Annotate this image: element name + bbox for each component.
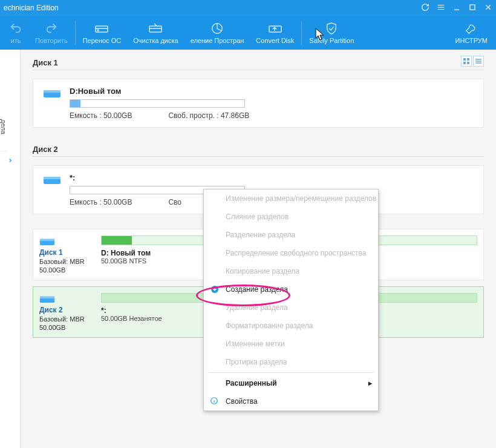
ctx-format: Форматирование раздела bbox=[204, 317, 378, 335]
ctx-wipe: Протирка раздела bbox=[204, 353, 378, 371]
svg-rect-11 bbox=[44, 90, 60, 93]
view-grid-button[interactable] bbox=[461, 56, 472, 67]
svg-rect-5 bbox=[269, 26, 281, 32]
cleanup-icon bbox=[148, 21, 163, 36]
view-list-button[interactable] bbox=[473, 56, 484, 67]
ctx-merge: Слияние разделов bbox=[204, 208, 378, 226]
usage-bar bbox=[70, 99, 245, 108]
svg-point-2 bbox=[97, 30, 99, 31]
tools-button[interactable]: ИНСТРУМ bbox=[449, 16, 494, 50]
close-icon[interactable] bbox=[484, 3, 492, 13]
titlebar: echnician Edition bbox=[0, 0, 496, 16]
sidebar-expand[interactable] bbox=[0, 151, 20, 170]
content-panel: Диск 1 D:Новый том Емкость : 50.00GB Сво… bbox=[21, 50, 496, 448]
safely-partition-button[interactable]: Safely Partition bbox=[303, 16, 360, 50]
svg-rect-6 bbox=[463, 58, 466, 61]
menu-icon[interactable] bbox=[437, 3, 445, 13]
pie-icon bbox=[210, 21, 224, 36]
migrate-icon bbox=[94, 21, 109, 36]
context-menu: Изменение размера/перемещение разделов С… bbox=[203, 189, 379, 411]
ctx-copy: Копирование раздела bbox=[204, 262, 378, 280]
migrate-os-button[interactable]: Перенос ОС bbox=[77, 16, 128, 50]
main-area: дела Диск 1 D:Новый том Емкость : 50.00G… bbox=[0, 50, 496, 448]
volume-name: D:Новый том bbox=[70, 87, 474, 96]
svg-rect-7 bbox=[467, 58, 469, 61]
disk-icon bbox=[43, 174, 61, 185]
window-controls bbox=[421, 3, 492, 13]
convert-disk-button[interactable]: Convert Disk bbox=[250, 16, 300, 50]
app-title: echnician Edition bbox=[4, 4, 421, 12]
svg-rect-1 bbox=[96, 26, 108, 32]
svg-rect-13 bbox=[44, 177, 60, 179]
convert-icon bbox=[268, 21, 282, 36]
svg-rect-17 bbox=[40, 297, 54, 298]
redo-button[interactable]: Повторить bbox=[29, 16, 74, 50]
ctx-resize: Изменение размера/перемещение разделов bbox=[204, 189, 378, 208]
free-label: Своб. простр. : 47.86GB bbox=[168, 111, 249, 120]
disk-icon bbox=[39, 237, 55, 246]
ctx-properties[interactable]: Свойства bbox=[204, 392, 378, 410]
create-partition-icon bbox=[210, 285, 220, 294]
space-analyzer-button[interactable]: еление Простран bbox=[184, 16, 250, 50]
svg-rect-9 bbox=[467, 62, 469, 64]
ctx-advanced[interactable]: Расширенный ▸ bbox=[204, 374, 378, 392]
ctx-label: Изменение метки bbox=[204, 335, 378, 353]
summary-meta2: 50.00GB bbox=[39, 324, 94, 331]
toolbar-separator bbox=[75, 21, 76, 45]
sidebar-tab-2[interactable]: дела bbox=[0, 103, 7, 151]
shield-icon bbox=[324, 21, 339, 36]
summary-meta1: Базовый: MBR bbox=[39, 258, 94, 265]
ctx-separator bbox=[209, 372, 373, 373]
chevron-right-icon: ▸ bbox=[368, 379, 372, 387]
ctx-create[interactable]: Создание раздела bbox=[204, 280, 378, 298]
view-toggle bbox=[461, 56, 484, 67]
volume-name: *: bbox=[70, 173, 474, 182]
ctx-alloc: Распределение свободного пространства bbox=[204, 244, 378, 262]
disk2-label: Диск 2 bbox=[33, 142, 484, 157]
svg-rect-0 bbox=[470, 4, 475, 9]
capacity-label: Емкость : 50.00GB bbox=[70, 111, 132, 120]
svg-rect-3 bbox=[149, 26, 162, 32]
minimize-icon[interactable] bbox=[452, 3, 461, 13]
undo-icon bbox=[8, 21, 23, 36]
undo-button[interactable]: ить bbox=[2, 16, 29, 50]
toolbar: ить Повторить Перенос ОС Очистка диска е… bbox=[0, 16, 496, 50]
svg-rect-15 bbox=[40, 239, 54, 241]
disk1-label: Диск 1 bbox=[33, 56, 484, 70]
toolbar-separator bbox=[301, 21, 302, 45]
summary-meta1: Базовый: MBR bbox=[39, 315, 94, 323]
sidebar: дела bbox=[0, 50, 21, 448]
summary-name: Диск 2 bbox=[39, 306, 94, 314]
svg-rect-8 bbox=[463, 62, 466, 64]
redo-icon bbox=[44, 21, 59, 36]
disk-icon bbox=[43, 88, 61, 99]
ctx-delete: Удаление раздела bbox=[204, 298, 378, 317]
maximize-icon[interactable] bbox=[468, 3, 477, 13]
refresh-icon[interactable] bbox=[421, 3, 429, 13]
ctx-split: Разделение раздела bbox=[204, 226, 378, 244]
disk1-card[interactable]: D:Новый том Емкость : 50.00GB Своб. прос… bbox=[33, 79, 484, 128]
summary-meta2: 50.00GB bbox=[39, 266, 94, 274]
disk-cleanup-button[interactable]: Очистка диска bbox=[127, 16, 184, 50]
summary-name: Диск 1 bbox=[39, 248, 94, 257]
free-label: Сво bbox=[168, 198, 181, 206]
info-icon bbox=[210, 397, 220, 406]
wrench-icon bbox=[464, 21, 478, 36]
capacity-label: Емкость : 50.00GB bbox=[70, 198, 132, 206]
disk-icon bbox=[39, 294, 55, 304]
